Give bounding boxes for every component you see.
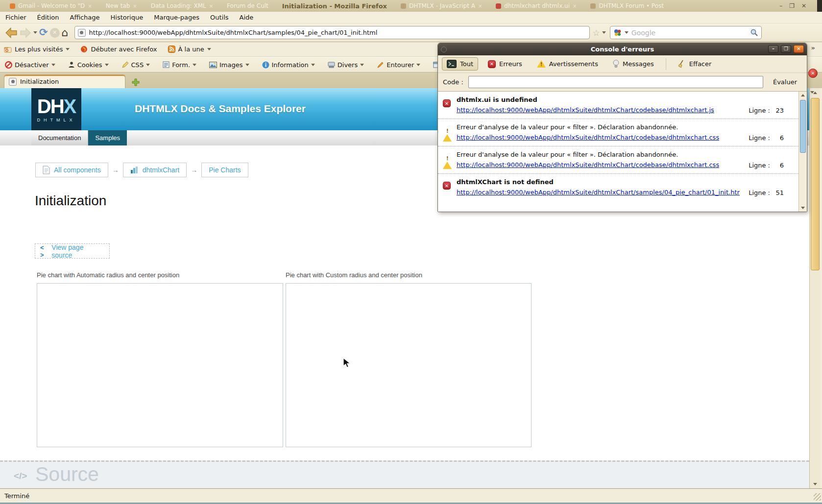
close-icon[interactable]: × — [88, 3, 92, 9]
source-link[interactable]: http://localhost:9000/webApp/dhtmlxSuite… — [457, 132, 740, 143]
gmail-icon — [10, 3, 15, 9]
reload-button[interactable]: ⟳ — [39, 27, 48, 38]
close-icon[interactable]: ✕ — [801, 2, 806, 9]
dev-outline-menu[interactable]: Entourer — [377, 61, 420, 69]
source-link[interactable]: http://localhost:9000/webApp/dhtmlxSuite… — [457, 187, 740, 197]
history-dropdown[interactable] — [33, 31, 37, 34]
scroll-down-button[interactable] — [810, 480, 821, 488]
menu-bar: Fichier Édition Affichage Historique Mar… — [0, 12, 822, 24]
console-minimize-button[interactable]: – — [768, 45, 778, 53]
dev-css-menu[interactable]: CSS — [121, 61, 150, 69]
button-label: Tout — [460, 60, 473, 68]
minimize-icon[interactable]: – — [779, 2, 782, 9]
line-number: Ligne :6 — [749, 162, 784, 169]
scroll-up-button[interactable] — [799, 92, 807, 99]
search-bar[interactable] — [610, 26, 762, 39]
menu-edition[interactable]: Édition — [32, 12, 65, 23]
location-dropdown-icon[interactable] — [602, 31, 606, 34]
menu-outils[interactable]: Outils — [205, 12, 234, 23]
view-page-source-button[interactable]: < > View page source — [35, 243, 110, 259]
task-item[interactable]: DHTMLX Forum • Post — [583, 2, 671, 9]
console-entry: ✕ dhtmlx.ui is undefined http://localhos… — [438, 92, 798, 119]
search-engine-dropdown-icon[interactable] — [625, 31, 629, 34]
task-item[interactable]: dhtmlxchart dhtmlx.ui × — [489, 2, 583, 9]
dev-label: Images — [219, 61, 243, 69]
console-filter-errors-button[interactable]: ✕ Erreurs — [483, 58, 527, 71]
search-icon[interactable] — [750, 28, 758, 37]
close-icon[interactable]: × — [209, 3, 213, 9]
bookmark-label: À la une — [178, 46, 204, 53]
task-item[interactable]: DHTMLX - JavaScript A × — [394, 2, 489, 9]
evaluate-button[interactable]: Évaluer — [768, 77, 802, 87]
console-clear-button[interactable]: Effacer — [673, 57, 717, 71]
main-scrollbar[interactable] — [809, 88, 820, 488]
source-link[interactable]: http://localhost:9000/webApp/dhtmlxSuite… — [457, 160, 740, 170]
breadcrumb-arrow: → — [112, 166, 119, 174]
menu-marque-pages[interactable]: Marque-pages — [148, 12, 205, 23]
code-icon: </> — [14, 471, 27, 481]
menu-fichier[interactable]: Fichier — [0, 12, 32, 23]
dev-information-menu[interactable]: Information — [262, 61, 315, 69]
source-heading: Source — [35, 463, 99, 486]
console-close-button[interactable]: ✕ — [794, 45, 804, 53]
bookmark-latest-headlines[interactable]: À la une — [168, 46, 211, 53]
console-maximize-button[interactable]: ❐ — [781, 45, 791, 53]
source-link[interactable]: http://localhost:9000/webApp/dhtmlxSuite… — [457, 105, 740, 115]
breadcrumb-all-components[interactable]: All components — [35, 163, 108, 177]
resize-grip[interactable] — [814, 493, 821, 501]
menu-historique[interactable]: Historique — [105, 12, 149, 23]
bookmark-star-icon[interactable]: ☆ — [593, 28, 600, 38]
pie-chart-container-custom — [286, 283, 532, 447]
dev-images-menu[interactable]: Images — [209, 61, 249, 69]
scrollbar-thumb[interactable] — [800, 100, 806, 153]
menu-aide[interactable]: Aide — [234, 12, 259, 23]
bookmark-most-visited[interactable]: Les plus visités — [4, 46, 70, 53]
url-input[interactable] — [89, 29, 586, 36]
dev-disable-menu[interactable]: Désactiver — [5, 61, 55, 69]
tab-documentation[interactable]: Documentation — [31, 130, 88, 145]
bookmark-getting-started[interactable]: Débuter avec Firefox — [80, 46, 157, 53]
task-item[interactable]: New tab × — [99, 2, 144, 9]
task-item[interactable]: Forum de Cult — [220, 2, 275, 9]
home-button[interactable]: ⌂ — [62, 27, 69, 38]
close-icon[interactable]: × — [573, 3, 577, 9]
new-tab-button[interactable] — [129, 76, 142, 88]
task-item[interactable]: Data Loading: XML × — [144, 2, 220, 9]
menu-affichage[interactable]: Affichage — [64, 12, 105, 23]
page-error-indicator-icon[interactable]: ✕ — [808, 69, 818, 78]
dev-misc-menu[interactable]: Divers — [328, 61, 364, 69]
code-input[interactable] — [468, 76, 763, 88]
console-title-bar[interactable]: Console d'erreurs – ❐ ✕ — [438, 43, 807, 55]
console-toolbar: Tout ✕ Erreurs ! Avertissements Messages — [438, 55, 807, 73]
error-icon: ✕ — [488, 60, 496, 68]
breadcrumb-pie-charts[interactable]: Pie Charts — [201, 163, 248, 177]
console-filter-messages-button[interactable]: Messages — [608, 57, 659, 71]
location-bar[interactable] — [74, 26, 590, 39]
task-item[interactable]: Gmail - Welcome to "D × — [3, 2, 99, 9]
google-engine-icon[interactable] — [613, 28, 622, 37]
dev-cookies-menu[interactable]: Cookies — [68, 61, 109, 69]
devbar-overflow-icon[interactable] — [810, 86, 814, 96]
close-icon[interactable]: × — [478, 3, 482, 9]
console-filter-warnings-button[interactable]: ! Avertissements — [532, 58, 603, 70]
console-filter-all-button[interactable]: Tout — [442, 57, 478, 71]
window-title-text: Initialization - Mozilla Firefox — [282, 2, 387, 10]
source-section: </> Source — [0, 460, 809, 488]
stop-button[interactable]: ✕ — [50, 28, 60, 38]
breadcrumb-dhtmlxchart[interactable]: dhtmlxChart — [123, 163, 187, 177]
dev-forms-menu[interactable]: Form. — [163, 61, 196, 69]
tab-initialization[interactable]: Initialization — [4, 74, 125, 88]
console-scrollbar[interactable] — [798, 92, 807, 212]
tab-samples[interactable]: Samples — [88, 130, 127, 145]
back-button[interactable] — [5, 26, 18, 39]
task-label: New tab — [106, 2, 130, 9]
forward-button[interactable] — [20, 27, 31, 39]
scroll-down-button[interactable] — [799, 204, 807, 212]
warning-icon: ! — [537, 60, 546, 68]
close-icon[interactable]: × — [133, 3, 137, 9]
maximize-icon[interactable]: ❐ — [789, 2, 795, 9]
scrollbar-thumb[interactable] — [811, 98, 820, 270]
search-input[interactable] — [631, 29, 747, 37]
toolbar-overflow-icon[interactable]: » — [811, 44, 815, 51]
console-entry: ! Erreur d'analyse de la valeur pour « f… — [438, 146, 798, 173]
